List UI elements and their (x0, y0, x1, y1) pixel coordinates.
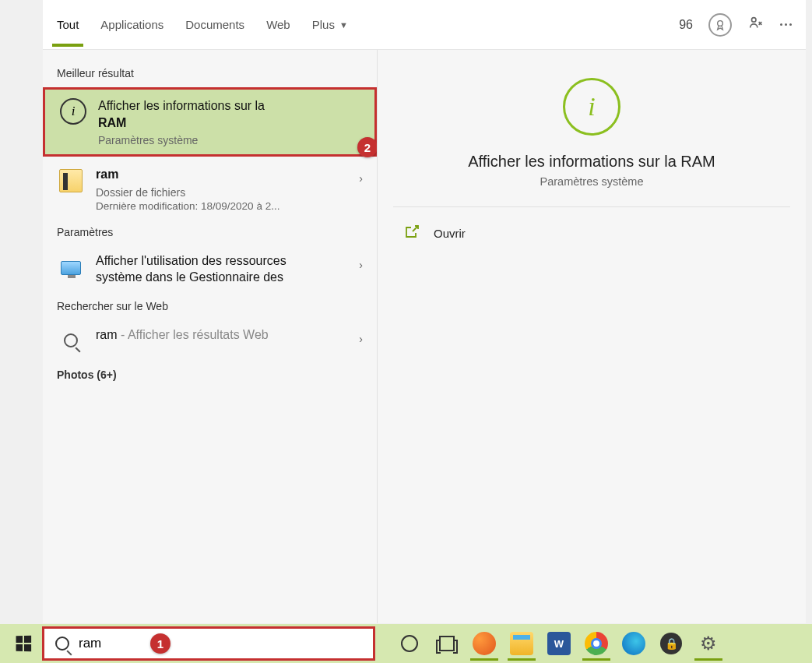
best-result-text: Afficher les informations sur la RAM Par… (98, 97, 360, 146)
taskmgr-line2: système dans le Gestionnaire des (96, 270, 283, 284)
search-icon (57, 326, 85, 354)
chevron-down-icon: ▼ (339, 20, 348, 30)
task-view-icon (439, 636, 455, 651)
feedback-icon[interactable] (747, 15, 765, 35)
detail-subtitle: Paramètres système (393, 175, 790, 188)
header-right: 96 (679, 13, 792, 37)
folder-result-item[interactable]: ram Dossier de fichiers Dernière modific… (43, 158, 377, 220)
photos-heading[interactable]: Photos (6+) (43, 362, 377, 387)
search-icon (55, 637, 69, 651)
chevron-right-icon[interactable]: › (359, 259, 363, 271)
svg-point-1 (752, 17, 757, 22)
gear-icon: ⚙ (700, 633, 717, 654)
search-header: Tout Applications Documents Web Plus ▼ 9… (43, 0, 806, 50)
cortana-button[interactable] (391, 626, 428, 661)
folder-subtitle: Dossier de fichiers (96, 186, 348, 199)
taskbar: 1 W 🔒 ⚙ (0, 624, 812, 663)
detail-pane: i Afficher les informations sur la RAM P… (378, 50, 806, 623)
open-label: Ouvrir (434, 227, 466, 240)
search-body: Meilleur résultat i Afficher les informa… (43, 50, 806, 623)
folder-icon (510, 632, 533, 655)
word-taskbar-icon[interactable]: W (540, 626, 578, 661)
detail-title: Afficher les informations sur la RAM (393, 153, 790, 171)
folder-title: ram (96, 166, 348, 183)
tab-documents[interactable]: Documents (185, 2, 244, 47)
annotation-2: 2 (357, 137, 378, 157)
windows-logo-icon (16, 636, 32, 652)
folder-meta: Dernière modification: 18/09/2020 à 2... (96, 200, 348, 212)
taskbar-search-input[interactable] (79, 636, 362, 651)
edge-icon (622, 632, 645, 655)
open-action[interactable]: Ouvrir (393, 207, 790, 259)
tab-all[interactable]: Tout (57, 2, 79, 47)
detail-card: i Afficher les informations sur la RAM P… (393, 73, 790, 207)
settings-taskbar-icon[interactable]: ⚙ (690, 626, 727, 661)
monitor-icon (57, 252, 85, 280)
more-options-icon[interactable] (780, 23, 792, 26)
web-heading: Rechercher sur le Web (43, 294, 377, 319)
circle-icon (401, 635, 418, 652)
lock-icon: 🔒 (660, 633, 682, 654)
best-result-item[interactable]: i Afficher les informations sur la RAM P… (43, 87, 377, 157)
chrome-icon (585, 632, 608, 655)
edge-taskbar-icon[interactable] (615, 626, 652, 661)
best-result-subtitle: Paramètres système (98, 134, 360, 146)
explorer-taskbar-icon[interactable] (503, 626, 540, 661)
firefox-taskbar-icon[interactable] (466, 626, 503, 661)
web-result-item[interactable]: ram - Afficher les résultats Web › (43, 319, 377, 362)
web-query: ram (96, 328, 118, 341)
chrome-taskbar-icon[interactable] (578, 626, 615, 661)
task-view-button[interactable] (428, 626, 466, 661)
web-suffix: - Afficher les résultats Web (118, 328, 269, 341)
firefox-icon (473, 632, 496, 655)
rewards-score: 96 (679, 18, 693, 32)
open-icon (404, 224, 420, 242)
taskmanager-result-item[interactable]: Afficher l'utilisation des ressources sy… (43, 245, 377, 294)
tab-more-label: Plus (312, 18, 335, 31)
tab-more[interactable]: Plus ▼ (312, 2, 348, 47)
info-icon-large: i (563, 78, 620, 136)
best-title-line1: Afficher les informations sur la (98, 99, 265, 112)
best-result-heading: Meilleur résultat (43, 61, 377, 86)
tab-web[interactable]: Web (266, 2, 290, 47)
annotation-1: 1 (150, 633, 170, 654)
taskmgr-line1: Afficher l'utilisation des ressources (96, 254, 286, 267)
best-title-line2: RAM (98, 116, 126, 129)
settings-heading: Paramètres (43, 220, 377, 245)
start-button[interactable] (5, 626, 42, 661)
windows-search-panel: Tout Applications Documents Web Plus ▼ 9… (43, 0, 806, 623)
rewards-badge-icon[interactable] (708, 13, 732, 37)
chevron-right-icon[interactable]: › (359, 172, 363, 185)
results-pane: Meilleur résultat i Afficher les informa… (43, 50, 378, 623)
chevron-right-icon[interactable]: › (359, 333, 363, 345)
privacy-taskbar-icon[interactable]: 🔒 (652, 626, 690, 661)
svg-point-0 (718, 20, 723, 26)
tab-apps[interactable]: Applications (100, 2, 163, 47)
folder-icon (57, 166, 85, 194)
search-tabs: Tout Applications Documents Web Plus ▼ (57, 2, 679, 47)
info-icon: i (59, 97, 87, 125)
word-icon: W (547, 632, 571, 655)
taskbar-search-box[interactable]: 1 (42, 626, 375, 661)
